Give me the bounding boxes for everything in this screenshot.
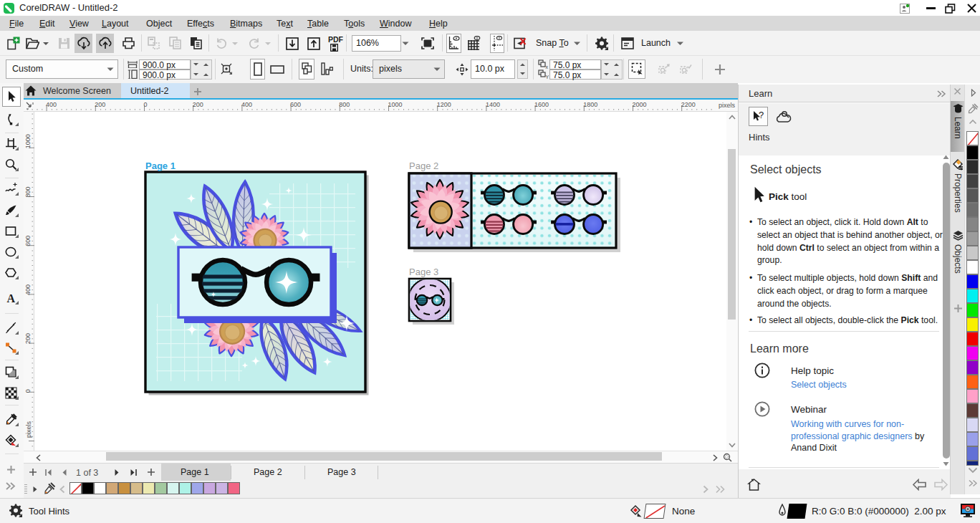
svg-text:2000: 2000	[633, 101, 647, 108]
svg-text:800: 800	[24, 186, 32, 197]
svg-text:400: 400	[46, 101, 57, 108]
svg-text:1800: 1800	[583, 101, 597, 108]
svg-text:pixels: pixels	[25, 421, 32, 438]
svg-text:400: 400	[241, 101, 252, 108]
svg-text:2200: 2200	[681, 101, 696, 108]
svg-text:200: 200	[24, 333, 32, 344]
svg-text:0: 0	[24, 389, 32, 393]
svg-text:600: 600	[24, 236, 32, 246]
svg-text:x: x	[546, 64, 549, 69]
svg-text:1000: 1000	[24, 134, 32, 148]
svg-text:600: 600	[290, 101, 301, 108]
svg-text:Y: Y	[546, 75, 549, 79]
svg-text:1600: 1600	[534, 101, 549, 108]
svg-text:1400: 1400	[486, 101, 500, 108]
svg-text:1200: 1200	[437, 101, 451, 108]
svg-text:?: ?	[759, 110, 764, 120]
svg-text:800: 800	[339, 101, 350, 108]
svg-text:A: A	[7, 292, 16, 304]
svg-text:Page 3: Page 3	[409, 267, 438, 277]
svg-text:400: 400	[24, 284, 32, 295]
svg-text:1000: 1000	[388, 101, 403, 108]
svg-text:Page 2: Page 2	[409, 160, 438, 171]
svg-text:pixels: pixels	[719, 102, 736, 109]
svg-text:0: 0	[144, 101, 148, 108]
svg-text:Page 1: Page 1	[145, 160, 176, 171]
svg-text:200: 200	[95, 101, 105, 108]
svg-text:200: 200	[193, 101, 203, 108]
